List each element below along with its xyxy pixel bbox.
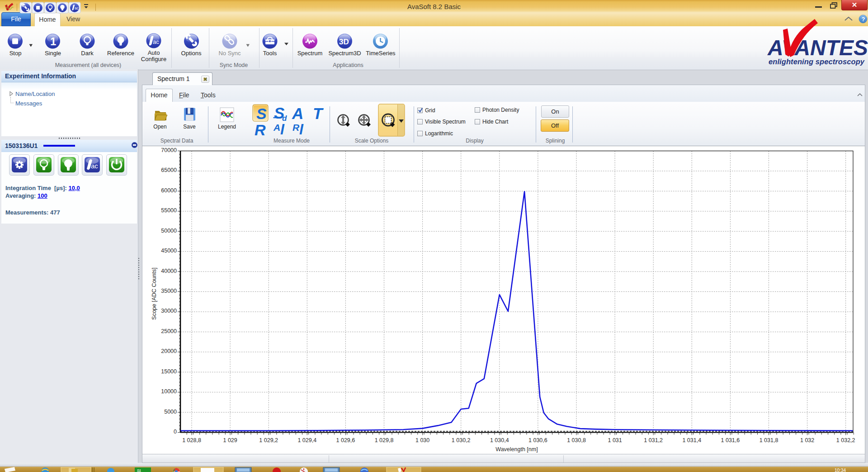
svg-text:10:34: 10:34	[835, 468, 846, 472]
svg-text:1 031,8: 1 031,8	[760, 437, 778, 443]
svg-text:1 029,6: 1 029,6	[336, 437, 355, 443]
svg-text:AVANTES: AVANTES	[767, 36, 868, 60]
svg-text:55000: 55000	[161, 207, 177, 214]
svg-text:40000: 40000	[161, 268, 177, 274]
svg-text:ac: ac	[75, 6, 79, 10]
svg-text:1 028,8: 1 028,8	[182, 437, 201, 443]
svg-text:l: l	[280, 121, 285, 138]
svg-text:ac: ac	[153, 38, 159, 45]
svg-text:3D: 3D	[339, 38, 349, 46]
svg-text:1 029,2: 1 029,2	[259, 437, 278, 443]
svg-text:10000: 10000	[161, 388, 177, 395]
svg-text:45000: 45000	[161, 248, 177, 254]
svg-text:1 030,8: 1 030,8	[567, 437, 586, 443]
svg-text:60000: 60000	[161, 187, 177, 194]
svg-text:15000: 15000	[161, 368, 177, 375]
svg-text:1 031,2: 1 031,2	[644, 437, 663, 443]
svg-text:1 032: 1 032	[800, 437, 814, 443]
svg-text:65000: 65000	[161, 167, 177, 173]
svg-text:1 030,6: 1 030,6	[528, 437, 547, 443]
svg-text:1 031,6: 1 031,6	[721, 437, 740, 443]
svg-text:70000: 70000	[161, 147, 177, 153]
svg-text:20000: 20000	[161, 348, 177, 354]
svg-text:A: A	[292, 105, 303, 122]
svg-text:1 030: 1 030	[415, 437, 429, 443]
svg-text:l: l	[299, 121, 304, 138]
svg-text:1: 1	[50, 35, 56, 48]
svg-text:ac: ac	[91, 162, 98, 170]
svg-text:R: R	[255, 121, 266, 138]
svg-text:35000: 35000	[161, 288, 177, 294]
svg-text:1 029,8: 1 029,8	[375, 437, 394, 443]
svg-text:1 031: 1 031	[608, 437, 622, 443]
svg-text:1 029,4: 1 029,4	[297, 437, 316, 443]
svg-text:enlightening spectroscopy: enlightening spectroscopy	[769, 57, 865, 66]
svg-text:Scope [ADC Counts]: Scope [ADC Counts]	[151, 267, 157, 319]
svg-text:Wavelength [nm]: Wavelength [nm]	[495, 446, 538, 453]
svg-text:1 031,4: 1 031,4	[682, 437, 701, 443]
svg-text:T: T	[313, 105, 324, 122]
svg-text:1 030,4: 1 030,4	[490, 437, 509, 443]
svg-text:1 032,2: 1 032,2	[836, 437, 855, 443]
svg-text:1 029: 1 029	[223, 437, 237, 443]
svg-text:S: S	[256, 105, 267, 122]
svg-text:St: St	[137, 468, 141, 472]
svg-text:50000: 50000	[161, 228, 177, 234]
svg-text:25000: 25000	[161, 328, 177, 334]
svg-text:30000: 30000	[161, 308, 177, 314]
svg-text:1 030,2: 1 030,2	[452, 437, 471, 443]
svg-text:0: 0	[174, 429, 177, 435]
svg-text:R: R	[292, 122, 300, 133]
svg-text:A: A	[273, 122, 280, 133]
svg-text:5000: 5000	[164, 409, 177, 415]
